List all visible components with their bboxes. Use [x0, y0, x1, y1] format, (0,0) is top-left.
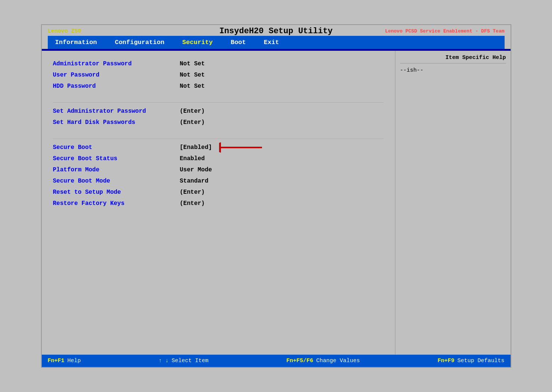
- left-panel: Administrator Password Not Set User Pass…: [42, 51, 395, 355]
- menu-row[interactable]: Secure Boot Mode Standard: [53, 175, 384, 187]
- menu-label: User Password: [53, 72, 172, 78]
- brand-right: Lenovo PCSD Service Enablement - DFS Tea…: [385, 28, 505, 34]
- menu-value: (Enter): [180, 108, 205, 115]
- main-content: Administrator Password Not Set User Pass…: [42, 50, 511, 355]
- menu-row: HDD Password Not Set: [53, 81, 384, 92]
- menu-label: Secure Boot Status: [53, 155, 172, 162]
- help-text: --ish--: [400, 67, 506, 74]
- menu-value: Standard: [180, 178, 209, 184]
- arrow-icon: [219, 142, 264, 153]
- menu-label: Secure Boot: [53, 144, 172, 151]
- nav-item-boot[interactable]: Boot: [226, 37, 250, 47]
- menu-label: Administrator Password: [53, 60, 172, 67]
- menu-row[interactable]: Secure Boot [Enabled]: [53, 142, 384, 153]
- menu-label: Secure Boot Mode: [53, 178, 172, 184]
- menu-row[interactable]: Reset to Setup Mode (Enter): [53, 187, 384, 198]
- menu-row[interactable]: Platform Mode User Mode: [53, 164, 384, 175]
- secure-boot-group: Secure Boot [Enabled] Secure Boot Status…: [53, 142, 384, 209]
- divider-1: [53, 102, 384, 103]
- footer-item: ↑ ↓ Select Item: [159, 358, 209, 364]
- menu-value: Not Set: [180, 72, 205, 78]
- footer-item: Fn+F1 Help: [48, 358, 81, 364]
- menu-value: Not Set: [180, 60, 205, 67]
- nav-item-information[interactable]: Information: [51, 37, 102, 47]
- menu-row: User Password Not Set: [53, 69, 384, 81]
- menu-value: (Enter): [180, 119, 205, 126]
- footer-key: Fn+F9: [437, 358, 454, 364]
- bios-window: Lenovo Z50 InsydeH20 Setup Utility Lenov…: [41, 24, 511, 368]
- menu-value: (Enter): [180, 189, 205, 196]
- menu-label: Set Administrator Password: [53, 108, 172, 115]
- menu-value: User Mode: [180, 167, 212, 173]
- bios-title: InsydeH20 Setup Utility: [219, 27, 333, 36]
- menu-value: Not Set: [180, 83, 205, 90]
- footer-desc: Help: [68, 358, 81, 364]
- navbar: InformationConfigurationSecurityBootExit: [48, 36, 505, 49]
- menu-row[interactable]: Set Hard Disk Passwords (Enter): [53, 117, 384, 128]
- menu-label: Reset to Setup Mode: [53, 189, 172, 196]
- brand-left: Lenovo Z50: [48, 28, 81, 34]
- help-title: Item Specific Help: [400, 55, 506, 63]
- nav-item-configuration[interactable]: Configuration: [110, 37, 169, 47]
- menu-row[interactable]: Secure Boot Status Enabled: [53, 153, 384, 164]
- nav-item-security[interactable]: Security: [178, 37, 217, 47]
- right-panel: Item Specific Help --ish--: [395, 51, 511, 355]
- footer-item: Fn+F9 Setup Defaults: [437, 358, 504, 364]
- menu-label: Platform Mode: [53, 167, 172, 173]
- menu-value: [Enabled]: [180, 144, 212, 151]
- menu-value: Enabled: [180, 155, 205, 162]
- header-top: Lenovo Z50 InsydeH20 Setup Utility Lenov…: [48, 28, 505, 36]
- menu-row[interactable]: Restore Factory Keys (Enter): [53, 198, 384, 209]
- nav-item-exit[interactable]: Exit: [259, 37, 284, 47]
- password-status-group: Administrator Password Not Set User Pass…: [53, 58, 384, 92]
- header: Lenovo Z50 InsydeH20 Setup Utility Lenov…: [42, 25, 511, 50]
- divider-2: [53, 139, 384, 139]
- menu-label: Restore Factory Keys: [53, 200, 172, 207]
- footer-desc: Select Item: [172, 358, 209, 364]
- password-actions-group: Set Administrator Password (Enter) Set H…: [53, 106, 384, 128]
- menu-row: Administrator Password Not Set: [53, 58, 384, 69]
- menu-value: (Enter): [180, 200, 205, 207]
- menu-row[interactable]: Set Administrator Password (Enter): [53, 106, 384, 117]
- footer: Fn+F1 Help ↑ ↓ Select Item Fn+F5/F6 Chan…: [42, 355, 511, 367]
- footer-key: ↑ ↓: [159, 358, 169, 364]
- footer-desc: Change Values: [316, 358, 360, 364]
- footer-item: Fn+F5/F6 Change Values: [286, 358, 360, 364]
- footer-key: Fn+F1: [48, 358, 65, 364]
- menu-label: Set Hard Disk Passwords: [53, 119, 172, 126]
- menu-label: HDD Password: [53, 83, 172, 90]
- footer-key: Fn+F5/F6: [286, 358, 313, 364]
- footer-desc: Setup Defaults: [457, 358, 504, 364]
